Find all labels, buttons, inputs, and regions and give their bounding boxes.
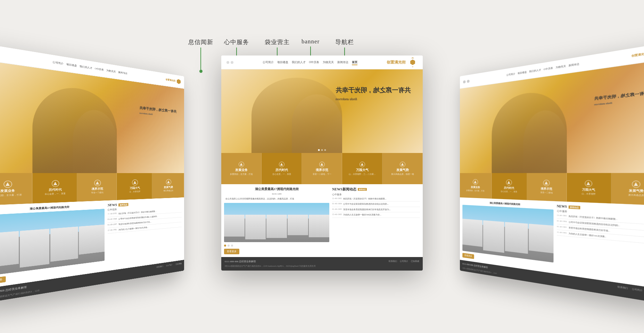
feature-2-left: 历代时代 全心全意，一，享受 [32, 173, 77, 204]
more-button-center[interactable]: 查看更多 [224, 249, 239, 254]
website-center: 公司简介 项目楼盘 我们的人才 O中历务 为物充关 新闻传达 首页 创置满光街 [221, 56, 423, 271]
news-item-c1: 11-40-1985 热烈庆祝《天堂里的日子》热映中推出独家限... [332, 197, 420, 202]
nav-center-bar: 公司简介 项目楼盘 我们的人才 O中历务 为物充关 新闻传达 首页 创置满光街 [221, 56, 423, 69]
content-center-right: NEWS新闻动态 新闻动态 心中服务 11-40-1985 热烈庆祝《天堂里的日… [332, 187, 420, 254]
logo-hex-left [176, 79, 181, 84]
building-image-center [224, 203, 329, 242]
nav-left-logo: 创置满光街 [166, 77, 181, 84]
feat-icon-r4 [585, 180, 592, 187]
features-center: 发展业务 多重奖励，全方案，打造 历代时代 全心全意，一，享受 境界示范 享受一… [221, 153, 423, 184]
feat-icon-c1 [239, 162, 244, 167]
feature-5-c: 发展气势 展示风格品质，独居一格 [382, 153, 423, 184]
footer-links-center: 联系我们 公司简介 已知我难 [389, 260, 419, 263]
banner-center-text: 共有一席之地，明光于幸共 linda anderson [336, 86, 411, 102]
feat-icon-r2 [506, 179, 512, 186]
website-left: 公司简介 项目楼盘 我们的人才 O中历务 为物充关 新闻传达 创置满光街 [0, 43, 184, 304]
feature-1-c: 发展业务 多重奖励，全方案，打造 [221, 153, 262, 184]
nav-center-icons [226, 61, 233, 64]
feat-icon-r1 [473, 179, 478, 185]
scene: 息信闻新 心中服务 袋业营主 banner 导航栏 [0, 0, 644, 333]
content-center-left: 湖公美景最高17洲现代街路光街 42-01-1285 在公共场所上公共空间视野形… [224, 187, 329, 254]
building-image-left [0, 209, 105, 276]
building-image-right [462, 205, 553, 262]
news-item-c2: 01-40-1984 公司中与会议策划密策划推进的自动化以达到的... [332, 203, 420, 207]
content-left-area: 湖公美景最高17洲现代街路光街 查看更多 [0, 204, 105, 285]
nav-icon-r1 [463, 80, 465, 83]
nav-right-logo: 创置满光街 [631, 49, 644, 59]
nav-icon-c2 [231, 61, 233, 64]
feature-icon-4 [132, 179, 138, 186]
banner-center-dots [318, 149, 326, 151]
website-right: 公司简介 项目楼盘 我们的人才 O中历务 为物充关 新闻传达 创置满光街 [460, 43, 644, 304]
mockup-center: 公司简介 项目楼盘 我们的人才 O中历务 为物充关 新闻传达 首页 创置满光街 [221, 56, 423, 271]
more-button-left[interactable]: 查看更多 [0, 276, 6, 285]
feat-icon-r3 [543, 180, 550, 186]
feature-1-r: 发展业务 多重奖励，全方案，打造 [460, 173, 492, 199]
banner-bg-center: 共有一席之地，明光于幸共 linda anderson [221, 69, 423, 153]
feat-icon-c3 [319, 162, 325, 167]
feature-4-c: 万园大气 山，水景视野，三…二分家… [342, 153, 382, 184]
mockups-container: 公司简介 项目楼盘 我们的人才 O中历务 为物充关 新闻传达 创置满光街 [0, 56, 644, 319]
label-nav-text: 导航栏 [335, 38, 354, 46]
feature-3-left: 境界示范 享受一二级地 [77, 173, 117, 202]
feature-4-r: 万园大气 山，水景视野 [567, 173, 612, 204]
content-right-area: NEWS 新闻动态 心中服务 11-40-1985 热烈庆祝《天堂里的日子》热映… [108, 200, 182, 268]
feature-2-c: 历代时代 全心全意，一，享受 [262, 153, 302, 184]
feat-icon-c2 [279, 162, 284, 167]
nav-center-links: 公司简介 项目楼盘 我们的人才 O中历务 为物充关 新闻传达 首页 [263, 60, 358, 64]
feature-5-left: 发展气势 展示风格品质 [152, 173, 184, 199]
news-item-c4: 15-40-1985 为你的人生主旋律一奏好500次演奏为你... [332, 213, 420, 217]
feature-icon-5 [166, 179, 171, 185]
footer-center: 0111-888-888 总经营业务解答 联系我们 公司简介 已知我难 P的A4… [221, 257, 423, 271]
banner-center: 共有一席之地，明光于幸共 linda anderson [221, 69, 423, 153]
content-right-right: NEWS 新闻动态 心中服务 11-40-1985 热烈庆祝《天堂里的日子》热映… [557, 205, 644, 285]
content-section-center: 湖公美景最高17洲现代街路光街 42-01-1285 在公共场所上公共空间视野形… [221, 184, 423, 257]
feature-icon-2 [51, 180, 59, 187]
nav-right-icons [463, 79, 470, 83]
feat-icon-r5 [631, 180, 640, 188]
more-button-right[interactable]: 查看更多 [462, 253, 474, 259]
feature-3-r: 境界示范 享受一二级地 [527, 173, 567, 202]
feature-1-left: 发展业务 多重奖励，全方案，打造 [0, 173, 32, 206]
feat-icon-c5 [400, 162, 405, 167]
feature-2-r: 历代时代 全心全意，一，享受 [492, 173, 527, 200]
feature-icon-1 [3, 180, 12, 188]
person-silhouette-c2 [292, 94, 342, 153]
news-item-c3: 01-40-1985 享受市场业务景想我愿您将来打好市场及其开放为... [332, 208, 420, 212]
logo-hex-center [408, 58, 418, 67]
nav-icon-c1 [226, 61, 229, 64]
nav-icon-r2 [467, 79, 469, 83]
mockup-left: 公司简介 项目楼盘 我们的人才 O中历务 为物充关 新闻传达 创置满光街 [0, 43, 184, 304]
nav-center-logo: 创置满光街 [387, 58, 418, 67]
feature-5-r: 发展气势 展示风格品质 [612, 173, 644, 206]
feat-icon-c4 [360, 162, 365, 167]
feature-4-left: 万园大气 山，水景视野 [117, 173, 152, 200]
feature-icon-3 [94, 180, 101, 186]
label-banner-text: banner [302, 38, 320, 45]
mockup-right: 公司简介 项目楼盘 我们的人才 O中历务 为物充关 新闻传达 创置满光街 [460, 43, 644, 304]
content-right-left: 湖公美景最高17洲现代街路光街 查看更多 [462, 200, 553, 270]
feature-3-c: 境界示范 享受一二级地，下一 [302, 153, 342, 184]
